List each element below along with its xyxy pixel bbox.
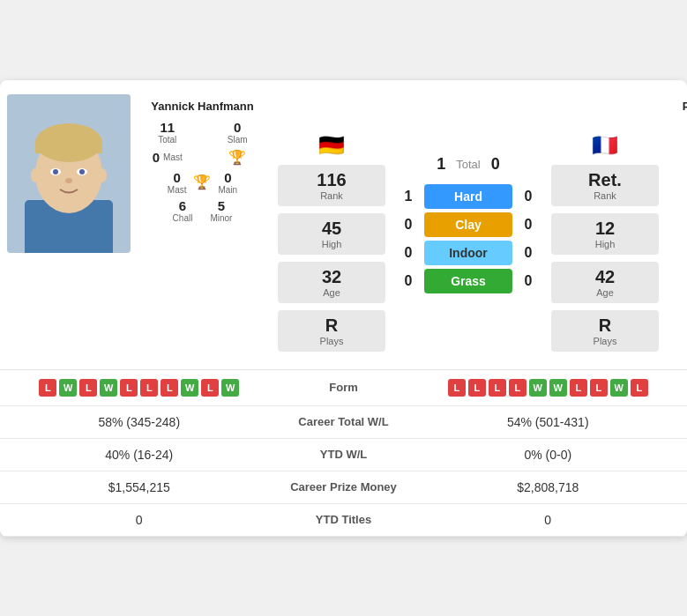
svg-point-8	[53, 169, 58, 174]
left-form-badge-l: L	[120, 379, 138, 397]
left-slam-label: Slam	[228, 135, 248, 145]
left-info-panel: 🇩🇪 116 Rank 45 High 32 Age R Plays	[274, 94, 389, 355]
left-main-v: 0	[224, 170, 231, 185]
left-age-box: 32 Age	[278, 262, 385, 303]
left-chall-stat: 6 Chall	[173, 198, 193, 223]
left-form-badge-w: W	[59, 379, 77, 397]
total-row: 1 Total 0	[437, 155, 500, 174]
left-total-label: Total	[158, 135, 176, 145]
left-mast-value: 0	[153, 150, 160, 165]
grass-surface-btn: Grass	[424, 269, 512, 293]
right-form-badge-l: L	[509, 379, 526, 397]
hard-row: 1 Hard 0	[400, 184, 537, 209]
left-form-badge-l: L	[161, 379, 178, 397]
grass-left-score: 0	[400, 273, 417, 289]
left-form-badges: LWLWLLLWLW	[14, 379, 265, 397]
right-total-score: 0	[491, 155, 500, 174]
stats-left-2: $1,554,215	[14, 480, 265, 494]
left-minor-stat: 5 Minor	[210, 198, 232, 223]
stats-right-1: 0% (0-0)	[423, 448, 674, 462]
right-high-box: 12 High	[551, 213, 659, 255]
left-form-badge-l: L	[79, 379, 97, 397]
left-slam-value: 0	[234, 120, 241, 135]
indoor-right-score: 0	[519, 245, 537, 261]
stats-left-3: 0	[14, 513, 265, 527]
left-main-l: Main	[218, 185, 237, 195]
clay-right-score: 0	[519, 217, 537, 233]
right-rank-label: Rank	[562, 190, 648, 201]
stats-center-1: YTD W/L	[265, 448, 423, 461]
right-form-badge-l: L	[570, 379, 587, 397]
right-age-label: Age	[562, 287, 648, 298]
stats-center-0: Career Total W/L	[265, 415, 423, 428]
right-form-badge-w: W	[529, 379, 547, 397]
stats-left-0: 58% (345-248)	[14, 415, 265, 429]
stats-left-1: 40% (16-24)	[14, 448, 265, 462]
left-mast-v: 0	[173, 170, 180, 185]
right-plays-value: R	[562, 315, 648, 336]
stats-center-2: Career Prize Money	[265, 480, 423, 494]
center-column: 1 Total 0 1 Hard 0 0 Clay 0 0 Indoor 0 0	[392, 94, 544, 355]
right-plays-box: R Plays	[551, 310, 659, 352]
indoor-row: 0 Indoor 0	[400, 241, 537, 265]
left-mast-l: Mast	[168, 185, 187, 195]
left-trophy-icon-cell: 🏆	[208, 146, 268, 168]
bottom-section: LWLWLLLWLW Form LLLLWWLLWL 58% (345-248)…	[0, 369, 687, 537]
left-stats-grid: 11 Total 0 Slam 0 Mast 🏆	[134, 120, 271, 168]
right-flag: 🇫🇷	[592, 133, 618, 158]
left-trophy: 🏆	[193, 174, 211, 190]
left-mast-cell: 0 Mast	[138, 150, 198, 165]
left-plays-value: R	[288, 315, 375, 336]
left-chall-v: 6	[179, 198, 186, 213]
left-form-badge-w: W	[181, 379, 198, 397]
right-age-value: 42	[562, 267, 648, 287]
hard-surface-btn: Hard	[424, 184, 512, 209]
stats-rows: 58% (345-248)Career Total W/L54% (501-43…	[0, 406, 687, 537]
right-high-value: 12	[562, 219, 648, 239]
left-trophy-icon: 🏆	[228, 149, 246, 166]
right-form-badge-l: L	[590, 379, 608, 397]
svg-rect-5	[35, 143, 102, 153]
right-form-badge-l: L	[631, 379, 648, 397]
stats-row-0: 58% (345-248)Career Total W/L54% (501-43…	[0, 406, 687, 439]
right-form-badges: LLLLWWLLWL	[423, 379, 674, 397]
right-rank-box: Ret. Rank	[551, 165, 659, 206]
left-chall-minor-row: 6 Chall 5 Minor	[173, 198, 233, 223]
right-form-badge-w: W	[549, 379, 567, 397]
left-player-avatar	[7, 94, 131, 253]
left-player-photo	[7, 94, 131, 253]
left-player-panel: Yannick Hanfmann 11 Total 0 Slam 0 Mast …	[134, 94, 271, 355]
right-info-panel: 🇫🇷 Ret. Rank 12 High 42 Age R Plays	[548, 94, 662, 355]
clay-row: 0 Clay 0	[400, 212, 537, 237]
clay-surface-btn: Clay	[424, 212, 512, 237]
stats-row-2: $1,554,215Career Prize Money$2,808,718	[0, 471, 687, 504]
left-form-badge-l: L	[39, 379, 56, 397]
left-high-box: 45 High	[278, 213, 385, 255]
form-label: Form	[265, 381, 423, 394]
right-player-name: Paul-Henri Mathieu	[683, 100, 687, 113]
hard-right-score: 0	[519, 189, 537, 204]
stats-right-2: $2,808,718	[423, 480, 674, 494]
indoor-left-score: 0	[400, 245, 417, 261]
left-total-score: 1	[437, 155, 445, 174]
total-label: Total	[456, 158, 480, 171]
stats-row-3: 0YTD Titles0	[0, 504, 687, 537]
svg-point-9	[79, 169, 85, 174]
right-form-badge-l: L	[448, 379, 466, 397]
left-player-name: Yannick Hanfmann	[151, 100, 253, 113]
left-high-value: 45	[288, 219, 375, 239]
left-plays-box: R Plays	[278, 310, 385, 352]
stats-center-3: YTD Titles	[265, 513, 423, 526]
match-card: Yannick Hanfmann 11 Total 0 Slam 0 Mast …	[0, 80, 687, 537]
right-form-badge-l: L	[468, 379, 486, 397]
left-minor-l: Minor	[210, 213, 232, 223]
right-form-badge-l: L	[489, 379, 506, 397]
left-total-cell: 11 Total	[138, 120, 198, 145]
right-total-cell: 5 Total	[669, 120, 687, 145]
left-main-stat: 0 Main	[218, 170, 237, 195]
left-mast-main-row: 0 Mast 🏆 0 Main	[168, 170, 237, 195]
svg-point-12	[98, 168, 107, 182]
form-row: LWLWLLLWLW Form LLLLWWLLWL	[0, 370, 687, 406]
right-age-box: 42 Age	[551, 262, 659, 303]
left-flag: 🇩🇪	[318, 133, 345, 158]
